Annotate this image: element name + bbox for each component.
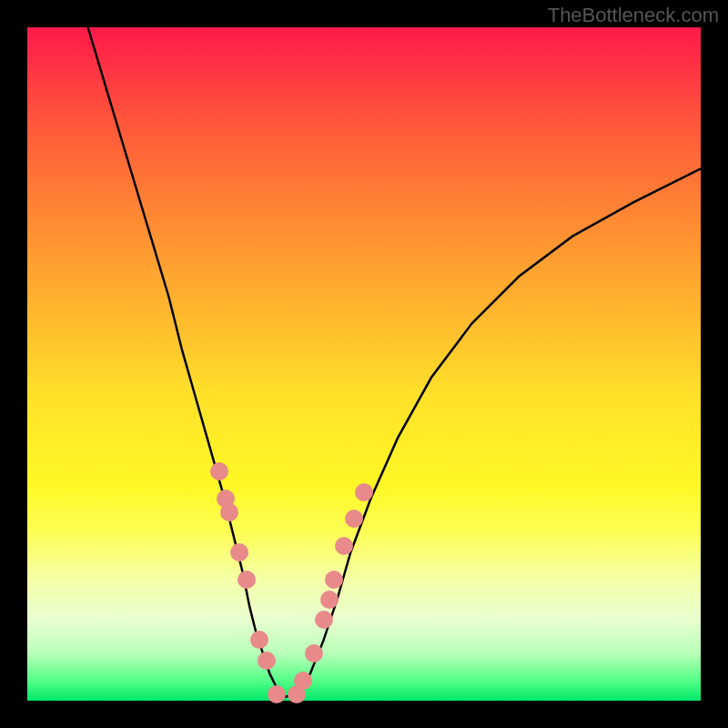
left-curve-path — [88, 27, 284, 697]
data-marker — [315, 611, 333, 629]
data-marker — [258, 652, 276, 670]
data-marker — [335, 537, 353, 555]
right-curve-path — [283, 168, 701, 697]
data-marker — [238, 571, 256, 589]
data-marker — [345, 510, 363, 528]
data-marker — [230, 543, 248, 561]
data-marker — [220, 503, 238, 521]
data-marker — [250, 631, 268, 649]
curve-overlay — [27, 27, 701, 701]
data-marker — [305, 644, 323, 662]
chart-plot-area — [27, 27, 701, 701]
data-marker — [294, 672, 312, 690]
data-marker — [268, 685, 286, 703]
data-marker — [355, 483, 373, 501]
data-marker — [210, 462, 228, 480]
data-marker — [325, 571, 343, 589]
watermark-text: TheBottleneck.com — [548, 4, 719, 27]
data-marker — [320, 591, 339, 609]
